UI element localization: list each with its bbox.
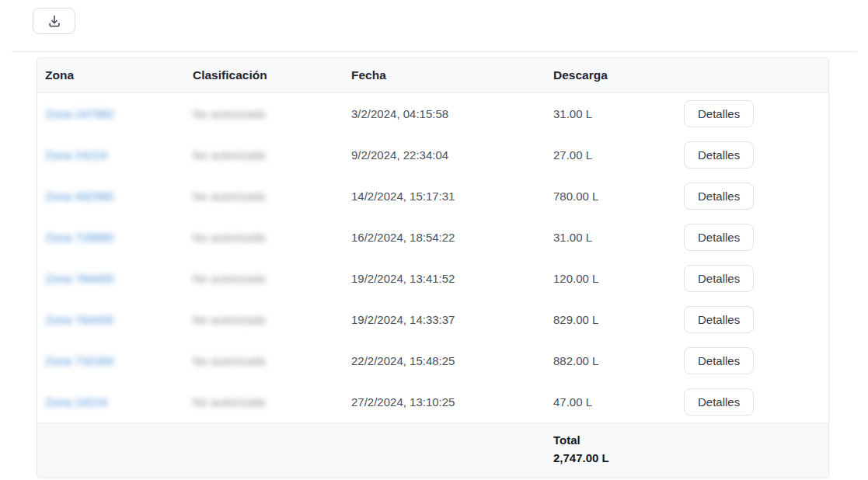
detalles-button[interactable]: Detalles	[684, 306, 754, 333]
zona-link[interactable]: Zona 492580	[45, 190, 113, 203]
column-header-descarga: Descarga	[546, 58, 676, 93]
detalles-button[interactable]: Detalles	[684, 224, 754, 251]
clasificacion-text: No autorizada	[193, 107, 265, 120]
descarga-cell: 31.00 L	[546, 217, 676, 258]
zona-link[interactable]: Zona 728890	[45, 231, 113, 244]
fecha-cell: 19/2/2024, 13:41:52	[343, 258, 546, 299]
clasificacion-text: No autorizada	[193, 272, 265, 285]
table-row: Zona 728890 No autorizada 16/2/2024, 18:…	[37, 217, 828, 258]
detalles-button[interactable]: Detalles	[684, 100, 754, 127]
zona-link[interactable]: Zona 732284	[45, 354, 113, 367]
table-row: Zona 784400 No autorizada 19/2/2024, 13:…	[37, 258, 828, 299]
column-header-fecha: Fecha	[343, 58, 546, 93]
descarga-cell: 780.00 L	[546, 176, 676, 217]
detalles-button[interactable]: Detalles	[684, 388, 754, 416]
column-header-actions	[676, 58, 828, 93]
fecha-cell: 16/2/2024, 18:54:22	[343, 217, 546, 258]
clasificacion-text: No autorizada	[193, 231, 265, 244]
total-label: Total	[553, 433, 668, 448]
table-row: Zona 492580 No autorizada 14/2/2024, 15:…	[37, 176, 828, 217]
toolbar-divider	[12, 51, 856, 52]
descarga-cell: 829.00 L	[546, 299, 676, 340]
table-row: Zona 784400 No autorizada 19/2/2024, 14:…	[37, 299, 828, 340]
zona-link[interactable]: Zona 24224	[45, 148, 107, 162]
table-row: Zona 247960 No autorizada 3/2/2024, 04:1…	[37, 93, 828, 135]
zona-link[interactable]: Zona 784400	[45, 272, 113, 285]
total-row: Total 2,747.00 L	[37, 423, 828, 478]
column-header-clasificacion: Clasificación	[185, 58, 343, 93]
page: Zona Clasificación Fecha Descarga Zona 2…	[0, 0, 868, 478]
zona-link[interactable]: Zona 784400	[45, 313, 113, 326]
table-footer: Total 2,747.00 L	[37, 423, 828, 478]
clasificacion-text: No autorizada	[193, 148, 265, 162]
descarga-cell: 47.00 L	[546, 381, 676, 423]
download-icon	[47, 14, 61, 28]
zona-link[interactable]: Zona 24224	[45, 395, 107, 409]
consumption-table: Zona Clasificación Fecha Descarga Zona 2…	[37, 58, 828, 477]
fecha-cell: 27/2/2024, 13:10:25	[343, 381, 546, 423]
detalles-button[interactable]: Detalles	[684, 347, 754, 374]
descarga-cell: 120.00 L	[546, 258, 676, 299]
table-row: Zona 24224 No autorizada 9/2/2024, 22:34…	[37, 134, 828, 176]
total-value: 2,747.00 L	[553, 450, 668, 466]
descarga-cell: 27.00 L	[546, 134, 676, 176]
consumption-table-card: Zona Clasificación Fecha Descarga Zona 2…	[37, 57, 829, 478]
column-header-zona: Zona	[37, 58, 185, 93]
fecha-cell: 9/2/2024, 22:34:04	[343, 134, 546, 176]
detalles-button[interactable]: Detalles	[684, 183, 754, 210]
fecha-cell: 3/2/2024, 04:15:58	[343, 93, 546, 135]
detalles-button[interactable]: Detalles	[684, 141, 754, 169]
zona-link[interactable]: Zona 247960	[45, 107, 113, 120]
descarga-cell: 882.00 L	[546, 340, 676, 381]
clasificacion-text: No autorizada	[193, 395, 265, 409]
fecha-cell: 14/2/2024, 15:17:31	[343, 176, 546, 217]
clasificacion-text: No autorizada	[193, 313, 265, 326]
descarga-cell: 31.00 L	[546, 93, 676, 135]
table-row: Zona 732284 No autorizada 22/2/2024, 15:…	[37, 340, 828, 381]
toolbar	[0, 0, 868, 34]
clasificacion-text: No autorizada	[193, 354, 265, 367]
clasificacion-text: No autorizada	[193, 190, 265, 203]
table-body: Zona 247960 No autorizada 3/2/2024, 04:1…	[37, 93, 828, 423]
fecha-cell: 19/2/2024, 14:33:37	[343, 299, 546, 340]
download-button[interactable]	[33, 8, 75, 34]
detalles-button[interactable]: Detalles	[684, 265, 754, 292]
table-header: Zona Clasificación Fecha Descarga	[37, 58, 828, 93]
table-row: Zona 24224 No autorizada 27/2/2024, 13:1…	[37, 381, 828, 423]
fecha-cell: 22/2/2024, 15:48:25	[343, 340, 546, 381]
